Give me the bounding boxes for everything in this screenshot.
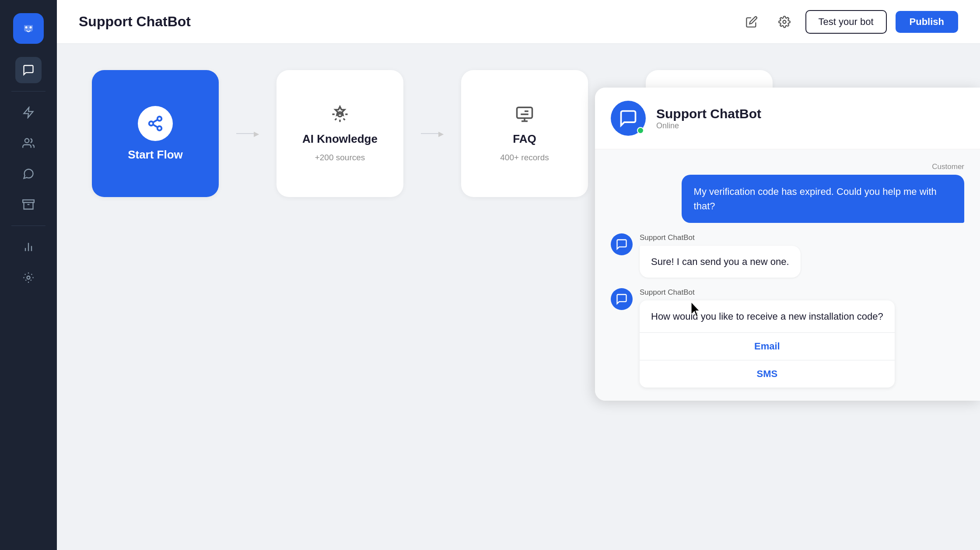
svg-marker-3 bbox=[24, 107, 33, 117]
publish-button[interactable]: Publish bbox=[896, 11, 958, 33]
chatbot-avatar bbox=[611, 101, 646, 136]
sidebar-item-lightning[interactable] bbox=[15, 99, 42, 126]
svg-point-4 bbox=[25, 139, 29, 143]
connector-2: ▶ bbox=[421, 130, 444, 138]
chatbot-header: Support ChatBot Online bbox=[595, 88, 980, 149]
ai-knowledge-sublabel: +200 sources bbox=[315, 153, 365, 162]
customer-message: My verification code has expired. Could … bbox=[682, 175, 964, 223]
test-bot-button[interactable]: Test your bot bbox=[805, 10, 887, 34]
chatbot-popup: Support ChatBot Online Customer My verif… bbox=[595, 88, 980, 401]
bot-options-message: How would you like to receive a new inst… bbox=[640, 300, 895, 332]
sidebar-divider-2 bbox=[11, 226, 46, 226]
page-title: Support ChatBot bbox=[79, 14, 731, 30]
chatbot-name: Support ChatBot bbox=[656, 106, 761, 121]
faq-icon bbox=[515, 105, 534, 125]
sidebar-item-inbox[interactable] bbox=[15, 191, 42, 218]
svg-rect-18 bbox=[517, 107, 532, 118]
start-flow-icon-circle bbox=[138, 106, 173, 141]
faq-sublabel: 400+ records bbox=[500, 153, 549, 162]
bot-options-card: How would you like to receive a new inst… bbox=[640, 300, 895, 388]
bot-bubble-1: Sure! I can send you a new one. bbox=[640, 246, 801, 278]
svg-point-10 bbox=[27, 276, 30, 279]
online-indicator bbox=[637, 127, 644, 134]
bot-message-1-container: Support ChatBot Sure! I can send you a n… bbox=[640, 233, 801, 278]
chatbot-status: Online bbox=[656, 121, 761, 130]
faq-label: FAQ bbox=[513, 132, 536, 146]
ai-knowledge-card[interactable]: AI Knowledge +200 sources bbox=[276, 70, 403, 197]
svg-point-12 bbox=[158, 116, 162, 121]
sidebar-divider-1 bbox=[11, 91, 46, 92]
settings-icon-button[interactable] bbox=[773, 10, 797, 34]
svg-line-15 bbox=[153, 124, 158, 127]
bot-message-2-container: Support ChatBot How would you like to re… bbox=[640, 288, 895, 388]
start-flow-label: Start Flow bbox=[128, 148, 183, 162]
svg-point-2 bbox=[30, 26, 32, 28]
svg-point-13 bbox=[149, 121, 154, 126]
bot-sender-2: Support ChatBot bbox=[640, 288, 895, 297]
bot-message-row-1: Support ChatBot Sure! I can send you a n… bbox=[611, 233, 964, 278]
sidebar-logo[interactable] bbox=[13, 13, 44, 44]
connector-1: ▶ bbox=[236, 130, 259, 138]
ai-knowledge-label: AI Knowledge bbox=[302, 132, 378, 146]
header: Support ChatBot Test your bot Publish bbox=[57, 0, 980, 44]
option-email-button[interactable]: Email bbox=[640, 332, 895, 360]
sidebar-item-users[interactable] bbox=[15, 130, 42, 156]
sidebar bbox=[0, 0, 57, 550]
sidebar-item-settings[interactable] bbox=[15, 264, 42, 291]
svg-point-11 bbox=[783, 20, 786, 23]
sidebar-item-chat[interactable] bbox=[15, 57, 42, 83]
sidebar-item-messages[interactable] bbox=[15, 161, 42, 187]
bot-sender-1: Support ChatBot bbox=[640, 233, 801, 242]
chat-body: Customer My verification code has expire… bbox=[595, 149, 980, 401]
bot-avatar-2 bbox=[611, 288, 633, 310]
start-flow-card[interactable]: Start Flow bbox=[92, 70, 219, 197]
bot-message-row-2: Support ChatBot How would you like to re… bbox=[611, 288, 964, 388]
svg-line-16 bbox=[153, 120, 158, 122]
svg-point-1 bbox=[25, 26, 28, 28]
sidebar-item-analytics[interactable] bbox=[15, 234, 42, 260]
option-sms-button[interactable]: SMS bbox=[640, 360, 895, 388]
customer-label: Customer bbox=[611, 162, 964, 171]
faq-card[interactable]: FAQ 400+ records bbox=[461, 70, 588, 197]
bot-avatar-1 bbox=[611, 233, 633, 255]
edit-icon-button[interactable] bbox=[740, 10, 764, 34]
svg-point-14 bbox=[158, 126, 162, 130]
svg-rect-5 bbox=[23, 200, 34, 203]
ai-knowledge-icon bbox=[331, 105, 349, 125]
chatbot-info: Support ChatBot Online bbox=[656, 106, 761, 130]
